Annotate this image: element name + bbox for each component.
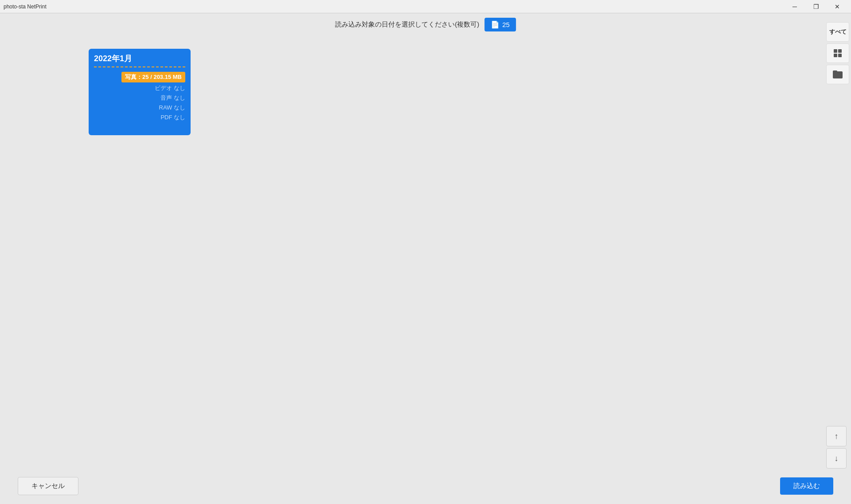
month-card-divider xyxy=(94,66,185,67)
close-button[interactable]: ✕ xyxy=(827,0,847,13)
month-card[interactable]: 2022年1月 写真：25 / 203.15 MB ビデオ なし 音声 なし R… xyxy=(89,49,191,135)
folder-icon xyxy=(833,70,843,78)
count-badge-value: 25 xyxy=(502,21,510,28)
document-icon: 📄 xyxy=(491,20,500,29)
window-controls: ─ ❐ ✕ xyxy=(785,0,847,13)
cancel-button[interactable]: キャンセル xyxy=(18,477,78,495)
month-card-title: 2022年1月 xyxy=(94,53,185,64)
load-button[interactable]: 読み込む xyxy=(780,477,833,495)
app-title: photo-sta NetPrint xyxy=(4,4,47,10)
month-card-stats: 写真：25 / 203.15 MB ビデオ なし 音声 なし RAW なし PD… xyxy=(94,72,185,121)
video-stat: ビデオ なし xyxy=(155,84,185,92)
card-area: 2022年1月 写真：25 / 203.15 MB ビデオ なし 音声 なし R… xyxy=(80,44,820,469)
audio-stat: 音声 なし xyxy=(160,94,185,102)
scroll-down-button[interactable]: ↓ xyxy=(826,448,847,469)
pdf-stat: PDF なし xyxy=(160,113,185,121)
notification-bar: 読み込み対象の日付を選択してください(複数可) 📄 25 xyxy=(335,18,516,31)
restore-button[interactable]: ❐ xyxy=(806,0,826,13)
title-bar: photo-sta NetPrint ─ ❐ ✕ xyxy=(0,0,851,13)
count-badge-button[interactable]: 📄 25 xyxy=(484,18,516,31)
raw-stat: RAW なし xyxy=(159,104,185,112)
scroll-controls: ↑ ↓ xyxy=(826,426,847,469)
all-button[interactable]: すべて xyxy=(826,22,849,42)
right-sidebar: すべて xyxy=(824,22,851,84)
grid-view-button[interactable] xyxy=(826,43,849,63)
scroll-up-button[interactable]: ↑ xyxy=(826,426,847,446)
main-area: 読み込み対象の日付を選択してください(複数可) 📄 25 すべて 20 xyxy=(0,13,851,504)
minimize-button[interactable]: ─ xyxy=(785,0,805,13)
bottom-bar: キャンセル 読み込む xyxy=(0,477,851,495)
notification-message: 読み込み対象の日付を選択してください(複数可) xyxy=(335,20,479,29)
photos-stat: 写真：25 / 203.15 MB xyxy=(121,72,185,82)
grid-icon xyxy=(834,49,842,57)
folder-view-button[interactable] xyxy=(826,65,849,84)
